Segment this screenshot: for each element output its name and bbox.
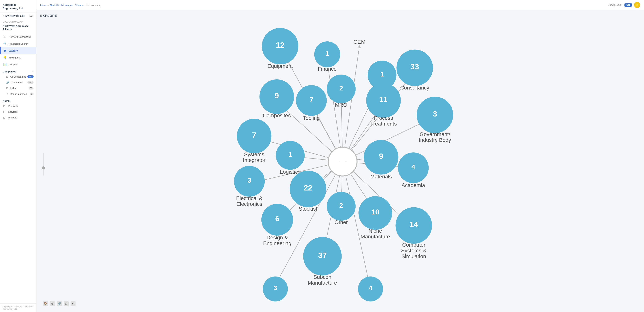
node-finance[interactable]: 1 Finance xyxy=(314,42,340,72)
node-academia[interactable]: 4 Academia xyxy=(398,152,429,188)
my-network-list[interactable]: ▶ My Network List 67 xyxy=(0,12,36,19)
logo-text: Aerospace Engineering Ltd xyxy=(3,3,34,10)
toolbar-link-button[interactable]: 🔗 xyxy=(57,301,62,306)
center-node[interactable]: — xyxy=(328,147,357,176)
sidebar-item-services[interactable]: ◻ Services xyxy=(0,109,36,114)
sidebar-item-radar-matches[interactable]: ✦ Radar matches 1 xyxy=(0,91,36,97)
topbar-right: Show prompt: ON ⭐ xyxy=(608,2,640,8)
advanced-search-label: Advanced Search xyxy=(8,42,28,45)
toolbar-home-button[interactable]: 🏠 xyxy=(43,301,48,306)
svg-text:Consultancy: Consultancy xyxy=(400,85,429,91)
all-companies-label: All Companies xyxy=(10,75,26,78)
svg-text:7: 7 xyxy=(252,131,256,140)
connected-count: 173 xyxy=(28,81,34,84)
services-icon: ◻ xyxy=(3,110,6,113)
svg-text:Niche: Niche xyxy=(368,228,382,234)
radar-matches-count: 1 xyxy=(30,92,34,95)
invited-count: 36 xyxy=(28,87,34,90)
node-logistics[interactable]: 1 Logistics xyxy=(276,141,305,175)
svg-text:Computer: Computer xyxy=(402,242,425,248)
svg-text:10: 10 xyxy=(371,208,379,216)
svg-text:Electronics: Electronics xyxy=(236,201,262,207)
network-dashboard-label: Network Dashboard xyxy=(8,36,31,38)
node-electrical-electronics[interactable]: 3 Electrical & Electronics xyxy=(234,166,265,207)
sidebar-item-connected[interactable]: 🔗 Connected 173 xyxy=(0,80,36,85)
sidebar-nav-item-intelligence[interactable]: 💡 Intelligence xyxy=(0,54,36,61)
invited-icon: ✉ xyxy=(6,86,8,90)
zoom-track xyxy=(43,152,44,176)
network-map-svg: — 12 Equipment 1 Finance OEM xyxy=(40,20,640,308)
sidebar-footer: Copyright © 2011-17 Valuechain Technolog… xyxy=(0,304,36,312)
node-composites[interactable]: 9 Composites xyxy=(260,79,294,118)
network-dashboard-icon: ⬡ xyxy=(3,35,7,38)
sidebar-item-projects[interactable]: ◻ Projects xyxy=(0,114,36,120)
svg-text:1: 1 xyxy=(288,151,292,158)
sidebar-item-all-companies[interactable]: ⊞ All Companies 210 xyxy=(0,74,36,80)
sidebar-item-invited[interactable]: ✉ Invited 36 xyxy=(0,85,36,91)
svg-text:Composites: Composites xyxy=(263,112,291,118)
svg-text:9: 9 xyxy=(275,92,279,100)
sidebar-item-products[interactable]: ◻ Products xyxy=(0,103,36,109)
svg-text:1: 1 xyxy=(326,50,329,57)
breadcrumb-sep1: › xyxy=(48,4,49,6)
zoom-thumb[interactable] xyxy=(42,166,45,170)
viewing-label: VIEWING NETWORK: xyxy=(0,19,36,24)
svg-text:6: 6 xyxy=(275,215,279,223)
zoom-slider[interactable] xyxy=(43,152,44,176)
toolbar-back-button[interactable]: ↩ xyxy=(70,301,76,306)
svg-text:2: 2 xyxy=(339,84,343,92)
page-title: EXPLORE xyxy=(40,14,640,18)
svg-text:Electrical &: Electrical & xyxy=(236,195,262,201)
svg-text:Treatments: Treatments xyxy=(370,121,397,127)
user-avatar[interactable]: ⭐ xyxy=(634,2,640,8)
svg-text:Subcon: Subcon xyxy=(314,274,332,280)
show-prompt-label: Show prompt: xyxy=(608,4,622,6)
sidebar-nav-item-analyse[interactable]: 📊 Analyse xyxy=(0,61,36,68)
svg-text:Systems: Systems xyxy=(244,152,264,157)
projects-label: Projects xyxy=(8,116,17,119)
intelligence-label: Intelligence xyxy=(8,56,21,59)
radar-matches-label: Radar matches xyxy=(10,92,27,96)
node-tooling[interactable]: 7 Tooling xyxy=(296,85,327,121)
map-toolbar: 🏠 ↺ 🔗 ⊞ ↩ xyxy=(43,301,76,306)
all-companies-icon: ⊞ xyxy=(6,75,8,78)
toggle-on-button[interactable]: ON xyxy=(624,3,632,7)
node-computer-systems[interactable]: 14 Computer Systems & Simulation xyxy=(396,207,432,259)
svg-text:Materials: Materials xyxy=(370,174,392,180)
toolbar-expand-button[interactable]: ⊞ xyxy=(64,301,68,306)
svg-text:Manufacture: Manufacture xyxy=(308,280,337,286)
intelligence-icon: 💡 xyxy=(3,56,7,59)
svg-text:Government/: Government/ xyxy=(420,131,450,137)
breadcrumb-network[interactable]: NorthWest Aerospace Alliance xyxy=(50,4,84,6)
node-stockist[interactable]: 22 Stockist xyxy=(290,171,326,212)
node-niche-manufacture[interactable]: 10 Niche Manufacture xyxy=(358,196,392,240)
sidebar-nav-item-advanced-search[interactable]: 🔍 Advanced Search xyxy=(0,40,36,47)
node-other[interactable]: 2 Other xyxy=(327,192,356,225)
node-equipment[interactable]: 12 Equipment xyxy=(262,28,298,69)
node-systems-integrator[interactable]: 7 Systems Integrator xyxy=(237,119,272,163)
breadcrumb-home[interactable]: Home xyxy=(40,4,47,6)
topbar: Home › NorthWest Aerospace Alliance › Ne… xyxy=(36,0,644,10)
node-oem[interactable]: OEM xyxy=(354,39,366,45)
node-govt-body[interactable]: 3 Government/ Industry Body xyxy=(417,96,453,143)
svg-text:Academia: Academia xyxy=(402,182,425,188)
companies-label: Companies xyxy=(3,70,16,73)
node-design-engineering[interactable]: 6 Design & Engineering xyxy=(262,204,293,246)
node-bottom-right[interactable]: 4 xyxy=(358,276,383,301)
node-subcon-manufacture[interactable]: 37 Subcon Manufacture xyxy=(303,237,342,286)
network-map[interactable]: — 12 Equipment 1 Finance OEM xyxy=(40,20,640,308)
svg-text:4: 4 xyxy=(412,163,415,170)
svg-text:Design &: Design & xyxy=(266,234,288,240)
toolbar-refresh-button[interactable]: ↺ xyxy=(50,301,55,306)
node-bottom-left[interactable]: 3 xyxy=(263,276,288,301)
svg-text:11: 11 xyxy=(380,96,388,104)
sidebar-nav-item-network-dashboard[interactable]: ⬡ Network Dashboard xyxy=(0,33,36,40)
all-companies-count: 210 xyxy=(28,75,34,78)
explore-icon: ◉ xyxy=(3,49,7,52)
sidebar: Aerospace Engineering Ltd ▶ My Network L… xyxy=(0,0,36,312)
node-materials[interactable]: 9 Materials xyxy=(364,140,398,180)
sidebar-nav-item-explore[interactable]: ◉ Explore xyxy=(0,47,36,54)
node-consultancy[interactable]: 33 Consultancy xyxy=(396,50,433,91)
companies-section-header[interactable]: Companies ▾ xyxy=(0,68,36,74)
svg-text:Industry Body: Industry Body xyxy=(419,137,451,143)
